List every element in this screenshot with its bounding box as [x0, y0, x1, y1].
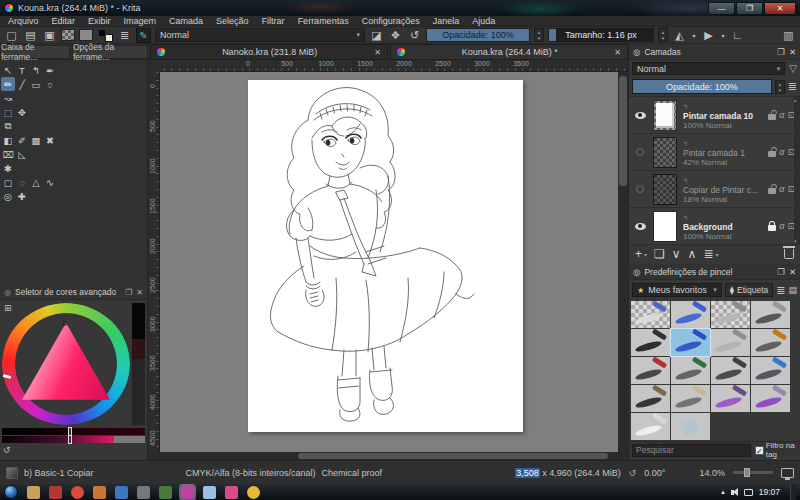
multibrush-tool-icon[interactable]: ✖: [43, 133, 57, 147]
unlock-icon[interactable]: [768, 151, 776, 157]
float-docker-icon[interactable]: ❐: [125, 288, 132, 297]
tag-button[interactable]: ⧫ Etiqueta: [725, 283, 773, 297]
value-slider-color[interactable]: [2, 436, 145, 443]
preset-stamp-flower[interactable]: [671, 413, 710, 440]
preset-pencil-red[interactable]: [631, 357, 670, 384]
value-slider-dark[interactable]: [2, 428, 145, 435]
unlock-icon[interactable]: [768, 114, 776, 120]
taskbar-minecraft[interactable]: [159, 486, 172, 499]
doc-tab-nanoko[interactable]: Nanoko.kra (231.8 MiB) ✕: [150, 44, 388, 60]
rect-select-tool-icon[interactable]: ▢: [1, 175, 15, 189]
lock-icon[interactable]: [768, 225, 776, 231]
size-spinner[interactable]: ▴▾: [658, 28, 668, 42]
ellipse-select-tool-icon[interactable]: ◌: [15, 175, 29, 189]
close-docker-icon[interactable]: ✕: [789, 47, 796, 57]
menu-arquivo[interactable]: Arquivo: [8, 16, 39, 26]
unlock-icon[interactable]: [768, 188, 776, 194]
measure-tool-icon[interactable]: ◺: [15, 147, 29, 161]
canvas-horizontal-scrollbar[interactable]: [148, 452, 628, 460]
preset-eraser-white[interactable]: [631, 301, 670, 328]
blend-mode-dropdown[interactable]: Normal ▾: [155, 28, 365, 42]
float-docker-icon[interactable]: ❐: [777, 267, 785, 277]
transform-tool-icon[interactable]: ⬚: [1, 105, 15, 119]
duplicate-layer-button[interactable]: ❏: [654, 247, 665, 261]
preset-eraser-pen[interactable]: [671, 301, 710, 328]
properties-caret-icon[interactable]: ▾: [715, 251, 718, 258]
preset-ink-pen-blue-selected[interactable]: [671, 329, 710, 356]
pattern-chooser[interactable]: [79, 29, 93, 41]
crop-tool-icon[interactable]: ⧉: [1, 119, 15, 133]
close-button[interactable]: ✕: [764, 2, 796, 15]
minimize-button[interactable]: —: [708, 2, 735, 15]
taskbar-app-red[interactable]: [49, 486, 62, 499]
open-document-icon[interactable]: ▤: [23, 28, 38, 43]
preset-scribble[interactable]: [711, 357, 750, 384]
docker-lock-icon[interactable]: ◎: [633, 267, 640, 277]
taskbar-clock[interactable]: 19:07: [759, 487, 780, 497]
layer-properties-button[interactable]: ≣: [703, 247, 713, 261]
assistants-tool-icon[interactable]: ⌧: [1, 147, 15, 161]
layer-row-pintar-camada-1[interactable]: ↰ Pintar camada 1 42% Normal α ⊡: [629, 134, 800, 171]
zoom-tool-icon[interactable]: ◎: [1, 189, 15, 203]
layer-thumbnail[interactable]: [653, 100, 677, 131]
taskbar-app-orange[interactable]: [93, 486, 106, 499]
close-docker-icon[interactable]: ✕: [789, 267, 796, 277]
preset-menu-icon[interactable]: ≣: [776, 284, 785, 297]
preset-pencil-6b[interactable]: [671, 357, 710, 384]
taskbar-app-gray[interactable]: [137, 486, 150, 499]
tray-expand-icon[interactable]: ▴: [721, 488, 725, 496]
close-docker-icon[interactable]: ✕: [136, 288, 143, 297]
taskbar-app-blue[interactable]: [115, 486, 128, 499]
taskbar-chrome[interactable]: [71, 486, 84, 499]
dynamic-brush-tool-icon[interactable]: ↝: [1, 91, 15, 105]
visibility-eye-icon[interactable]: [631, 223, 649, 230]
rotation-reset-icon[interactable]: ↺: [629, 468, 637, 478]
freehand-select-tool-icon[interactable]: ∿: [43, 175, 57, 189]
canvas-rotation[interactable]: 0.00°: [644, 468, 665, 478]
tab-toolbox[interactable]: Caixa de ferrame...: [0, 45, 70, 59]
layer-list-menu-icon[interactable]: ≣: [788, 80, 797, 93]
triangle-cursor[interactable]: [62, 321, 67, 326]
menu-janela[interactable]: Janela: [433, 16, 460, 26]
preset-airbrush-dark[interactable]: [751, 301, 790, 328]
color-sampler-tool-icon[interactable]: ✐: [15, 133, 29, 147]
preserve-alpha-icon[interactable]: ❖: [388, 28, 403, 43]
preset-wet-purple[interactable]: [711, 385, 750, 412]
doc-tab-kouna[interactable]: Kouna.kra (264.4 MiB) * ✕: [390, 44, 628, 60]
canvas-page[interactable]: [248, 80, 523, 432]
mirror-h-caret-icon[interactable]: ▾: [691, 28, 697, 43]
move-layer-down-button[interactable]: ∨: [672, 247, 681, 261]
close-tab-icon[interactable]: ✕: [614, 48, 621, 57]
refresh-colors-icon[interactable]: ↺: [3, 445, 11, 455]
layer-thumbnail[interactable]: [653, 137, 677, 168]
close-tab-icon[interactable]: ✕: [374, 48, 381, 57]
select-shapes-tool-icon[interactable]: ↖: [1, 63, 15, 77]
text-tool-icon[interactable]: T: [15, 63, 29, 77]
layer-thumbnail[interactable]: [653, 211, 677, 242]
preset-airbrush-soft[interactable]: [711, 301, 750, 328]
reload-preset-icon[interactable]: ↺: [407, 28, 422, 43]
preset-liner-purple[interactable]: [751, 385, 790, 412]
fg-bg-colors[interactable]: [97, 28, 113, 42]
move-tool-icon[interactable]: ✥: [15, 105, 29, 119]
menu-editar[interactable]: Editar: [52, 16, 76, 26]
preset-marker-blue[interactable]: [751, 357, 790, 384]
alpha-lock-icon[interactable]: α: [779, 221, 784, 231]
opacity-slider[interactable]: Opacidade: 100%: [426, 28, 530, 42]
fill-tool-icon[interactable]: ✱: [1, 161, 15, 175]
layer-row-pintar-camada-10[interactable]: ↰ Pintar camada 10 100% Normal α ⊡: [629, 97, 800, 134]
show-desktop-button[interactable]: [790, 484, 796, 500]
alpha-lock-icon[interactable]: α: [779, 147, 784, 157]
tag-filter-dropdown[interactable]: ★ Meus favoritos ▾: [632, 283, 722, 297]
move-layer-up-button[interactable]: ∧: [688, 247, 697, 261]
pattern-edit-tool-icon[interactable]: ▩: [29, 133, 43, 147]
freehand-brush-tool-icon[interactable]: ✏: [1, 77, 15, 91]
layer-opacity-slider[interactable]: Opacidade: 100%: [632, 79, 772, 94]
zoom-slider[interactable]: [733, 471, 773, 474]
restore-button[interactable]: ❐: [736, 2, 763, 15]
rectangle-tool-icon[interactable]: ▭: [29, 77, 43, 91]
preset-dry-bristle[interactable]: [671, 385, 710, 412]
size-slider[interactable]: Tamanho: 1.16 px: [548, 28, 654, 42]
layer-blend-mode-dropdown[interactable]: Normal ▾: [632, 62, 785, 75]
alpha-lock-icon[interactable]: α: [779, 184, 784, 194]
